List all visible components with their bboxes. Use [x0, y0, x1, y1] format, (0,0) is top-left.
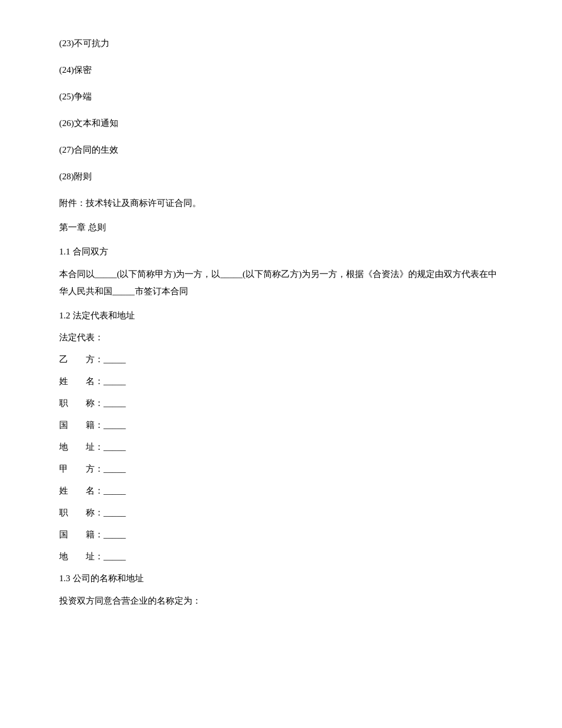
yi-fang-field: 乙 方：_____	[59, 352, 503, 368]
chapter-1-title: 第一章 总则	[59, 220, 503, 236]
section-1-2: 1.2 法定代表和地址 法定代表： 乙 方：_____ 姓 名：_____ 职 …	[59, 308, 503, 565]
section-1-3-body: 投资双方同意合营企业的名称定为：	[59, 592, 503, 610]
section-1-1-body: 本合同以_____(以下简称甲方)为一方，以_____(以下简称乙方)为另一方，…	[59, 266, 503, 299]
toc-item-26: (26)文本和通知	[59, 115, 503, 131]
toc-item-23: (23)不可抗力	[59, 36, 503, 51]
section-1-2-heading: 1.2 法定代表和地址	[59, 308, 503, 324]
toc-section: (23)不可抗力 (24)保密 (25)争端 (26)文本和通知 (27)合同的…	[59, 36, 503, 185]
yi-nationality-field: 国 籍：_____	[59, 417, 503, 433]
jia-title-field: 职 称：_____	[59, 505, 503, 521]
jia-fang-field: 甲 方：_____	[59, 461, 503, 477]
section-1-3: 1.3 公司的名称和地址 投资双方同意合营企业的名称定为：	[59, 571, 503, 610]
legal-rep-label: 法定代表：	[59, 330, 503, 346]
toc-item-27: (27)合同的生效	[59, 142, 503, 158]
section-1-3-heading: 1.3 公司的名称和地址	[59, 571, 503, 587]
yi-title-field: 职 称：_____	[59, 395, 503, 411]
yi-address-field: 地 址：_____	[59, 439, 503, 455]
jia-name-field: 姓 名：_____	[59, 483, 503, 499]
jia-address-field: 地 址：_____	[59, 549, 503, 565]
toc-item-28: (28)附则	[59, 169, 503, 185]
section-1-1-heading: 1.1 合同双方	[59, 244, 503, 260]
chapter-1: 第一章 总则 1.1 合同双方 本合同以_____(以下简称甲方)为一方，以__…	[59, 220, 503, 610]
toc-item-25: (25)争端	[59, 89, 503, 105]
section-1-1: 1.1 合同双方 本合同以_____(以下简称甲方)为一方，以_____(以下简…	[59, 244, 503, 299]
toc-item-24: (24)保密	[59, 62, 503, 78]
yi-name-field: 姓 名：_____	[59, 373, 503, 389]
jia-nationality-field: 国 籍：_____	[59, 527, 503, 543]
attachment-line: 附件：技术转让及商标许可证合同。	[59, 195, 503, 211]
